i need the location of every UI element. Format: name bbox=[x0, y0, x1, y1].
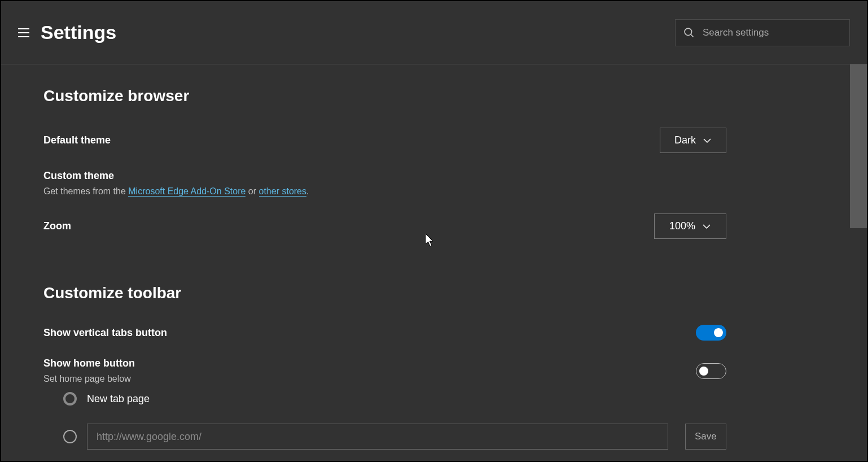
zoom-dropdown[interactable]: 100% bbox=[654, 213, 726, 239]
vertical-tabs-label: Show vertical tabs button bbox=[43, 327, 167, 339]
home-button-label: Show home button bbox=[43, 358, 135, 369]
menu-icon[interactable] bbox=[18, 28, 29, 37]
default-theme-value: Dark bbox=[674, 134, 696, 146]
custom-url-option: Save bbox=[63, 424, 825, 450]
home-button-row: Show home button Set home page below bbox=[43, 358, 726, 384]
default-theme-row: Default theme Dark bbox=[43, 128, 726, 153]
custom-url-radio[interactable] bbox=[63, 430, 77, 443]
new-tab-page-option: New tab page bbox=[63, 392, 825, 406]
default-theme-label: Default theme bbox=[43, 134, 111, 146]
vertical-tabs-toggle[interactable] bbox=[696, 325, 726, 341]
search-icon bbox=[683, 27, 695, 38]
chevron-down-icon bbox=[703, 138, 712, 143]
vertical-tabs-row: Show vertical tabs button bbox=[43, 325, 726, 341]
section-customize-browser: Customize browser bbox=[43, 87, 825, 105]
default-theme-dropdown[interactable]: Dark bbox=[660, 128, 726, 153]
settings-header: Settings bbox=[1, 1, 867, 64]
settings-content: Customize browser Default theme Dark Cus… bbox=[1, 64, 867, 461]
new-tab-radio[interactable] bbox=[63, 392, 77, 406]
svg-line-1 bbox=[691, 34, 694, 37]
custom-theme-label: Custom theme bbox=[43, 170, 726, 182]
zoom-row: Zoom 100% bbox=[43, 213, 726, 239]
home-button-subtitle: Set home page below bbox=[43, 374, 135, 384]
svg-point-0 bbox=[685, 28, 692, 36]
search-input[interactable] bbox=[703, 27, 841, 38]
section-customize-toolbar: Customize toolbar bbox=[43, 284, 825, 302]
zoom-value: 100% bbox=[669, 220, 695, 232]
other-stores-link[interactable]: other stores bbox=[259, 186, 306, 197]
toggle-knob bbox=[699, 367, 708, 376]
custom-theme-row: Custom theme Get themes from the Microso… bbox=[43, 170, 726, 197]
toggle-knob bbox=[714, 328, 723, 337]
page-title: Settings bbox=[41, 21, 675, 43]
zoom-label: Zoom bbox=[43, 220, 71, 232]
new-tab-label: New tab page bbox=[87, 393, 150, 405]
edge-addon-link[interactable]: Microsoft Edge Add-On Store bbox=[128, 186, 246, 197]
custom-theme-desc: Get themes from the Microsoft Edge Add-O… bbox=[43, 186, 726, 197]
search-container[interactable] bbox=[675, 19, 850, 46]
chevron-down-icon bbox=[702, 224, 711, 229]
home-button-toggle[interactable] bbox=[696, 363, 726, 379]
home-url-input[interactable] bbox=[87, 424, 668, 450]
save-button[interactable]: Save bbox=[685, 424, 726, 450]
